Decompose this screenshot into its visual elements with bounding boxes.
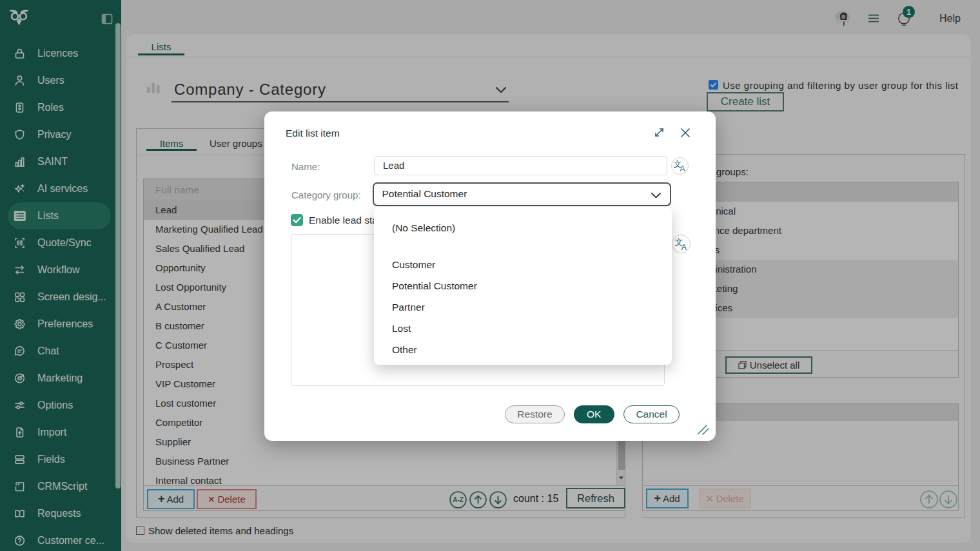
svg-text:A: A	[681, 243, 687, 252]
svg-text:A: A	[680, 164, 685, 173]
